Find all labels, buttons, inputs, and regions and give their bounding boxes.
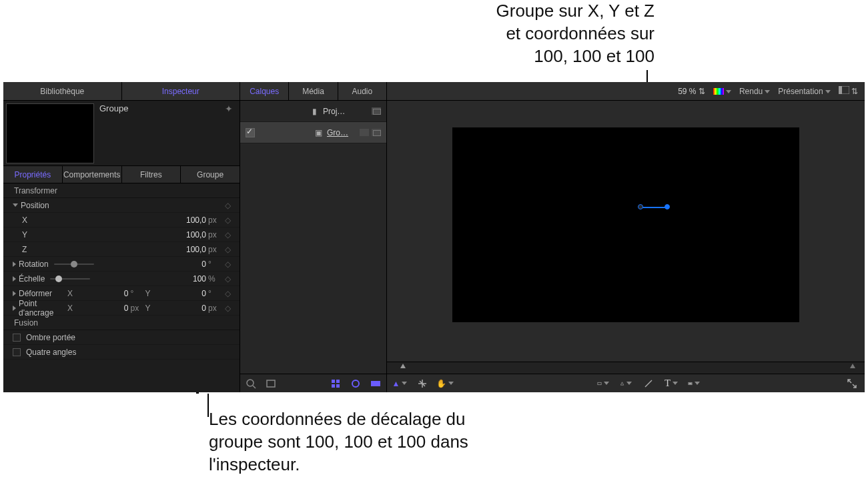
line-tool-icon[interactable] bbox=[642, 378, 655, 390]
row-position-y[interactable]: Y 100,0 px bbox=[3, 227, 240, 242]
inspector-column: Bibliothèque Inspecteur Groupe ✦ Proprié… bbox=[3, 82, 240, 392]
checkbox-layer-visible[interactable] bbox=[246, 128, 255, 137]
inspector-header: Groupe ✦ bbox=[3, 101, 240, 166]
render-menu[interactable]: Rendu bbox=[739, 87, 770, 96]
value-scale[interactable]: 100 bbox=[159, 274, 206, 284]
svg-rect-10 bbox=[839, 86, 842, 94]
unit-anchor-y: px bbox=[206, 304, 221, 313]
value-shear-y[interactable]: 0 bbox=[179, 289, 206, 298]
row-position-x[interactable]: X 100,0 px bbox=[3, 213, 240, 227]
value-rotation[interactable]: 0 bbox=[159, 260, 206, 269]
value-anchor-y[interactable]: 0 bbox=[179, 304, 206, 313]
rectangle-tool-icon[interactable] bbox=[597, 378, 609, 390]
disclosure-right-icon bbox=[13, 276, 16, 282]
layer-flag-icon[interactable] bbox=[360, 129, 369, 136]
gizmo-x-handle[interactable] bbox=[665, 204, 670, 209]
layer-project[interactable]: ▮ Proj… bbox=[240, 101, 386, 122]
label-x: X bbox=[22, 215, 27, 225]
svg-rect-5 bbox=[332, 384, 335, 388]
keyframe-icon[interactable] bbox=[221, 274, 234, 284]
text-tool-icon[interactable]: T bbox=[665, 378, 677, 390]
zoom-level[interactable]: 59 % ⇅ bbox=[678, 87, 705, 96]
svg-line-1 bbox=[253, 386, 256, 388]
keyframe-icon[interactable] bbox=[221, 260, 234, 269]
section-blend-label: Fusion bbox=[14, 318, 38, 328]
subtab-group[interactable]: Groupe bbox=[181, 166, 240, 183]
svg-rect-11 bbox=[598, 382, 601, 385]
gizmo-origin-handle[interactable] bbox=[638, 204, 643, 209]
filmstrip-icon[interactable] bbox=[370, 378, 381, 389]
subtab-properties[interactable]: Propriétés bbox=[3, 166, 63, 183]
row-anchor-label: Point d'ancrage bbox=[19, 299, 65, 318]
subtab-behaviors[interactable]: Comportements bbox=[63, 166, 122, 183]
keyframe-icon[interactable] bbox=[221, 289, 234, 298]
expand-icon[interactable] bbox=[846, 378, 858, 390]
search-icon[interactable] bbox=[246, 378, 256, 389]
value-x[interactable]: 100,0 bbox=[159, 215, 206, 225]
marker-icon[interactable] bbox=[850, 364, 855, 368]
view-menu[interactable]: Présentation bbox=[778, 87, 830, 96]
row-position[interactable]: Position bbox=[3, 198, 240, 213]
tab-layers[interactable]: Calques bbox=[240, 82, 289, 100]
select-tool-icon[interactable]: ▲ bbox=[394, 378, 406, 390]
transform-gizmo[interactable] bbox=[640, 204, 670, 211]
checkbox-drop-shadow[interactable] bbox=[13, 334, 21, 342]
layer-group-label: Gro… bbox=[327, 128, 348, 137]
value-anchor-x[interactable]: 0 bbox=[102, 304, 129, 313]
tab-audio[interactable]: Audio bbox=[338, 82, 386, 100]
keyframe-icon[interactable] bbox=[221, 215, 234, 225]
tab-media[interactable]: Média bbox=[289, 82, 338, 100]
section-transform: Transformer bbox=[3, 183, 240, 198]
layer-group[interactable]: ▣ Gro… bbox=[240, 122, 386, 143]
layer-flag-icon[interactable] bbox=[372, 129, 381, 136]
inspector-thumbnail bbox=[6, 103, 94, 163]
timeline-ruler[interactable] bbox=[387, 362, 865, 374]
playhead-icon[interactable] bbox=[400, 364, 406, 368]
disclosure-right-icon bbox=[13, 291, 16, 296]
svg-line-12 bbox=[645, 380, 652, 387]
grid-icon[interactable] bbox=[330, 378, 341, 389]
chevron-down-icon bbox=[626, 382, 632, 385]
color-channels-menu[interactable] bbox=[713, 87, 731, 96]
transform-3d-tool-icon[interactable] bbox=[416, 378, 428, 390]
mask-tool-icon[interactable] bbox=[688, 378, 700, 390]
row-rotation-label: Rotation bbox=[19, 260, 49, 269]
pin-icon[interactable]: ✦ bbox=[225, 103, 233, 163]
tab-audio-label: Audio bbox=[352, 87, 372, 96]
row-position-z[interactable]: Z 100,0 px bbox=[3, 242, 240, 257]
row-scale[interactable]: Échelle 100 % bbox=[3, 272, 240, 286]
keyframe-icon[interactable] bbox=[221, 304, 234, 313]
subtab-behaviors-label: Comportements bbox=[63, 170, 120, 179]
value-shear-x[interactable]: 0 bbox=[102, 289, 129, 298]
scale-slider[interactable] bbox=[50, 275, 90, 283]
annotation-bottom: Les coordonnées de décalage du groupe so… bbox=[209, 408, 509, 476]
keyframe-icon[interactable] bbox=[221, 201, 234, 210]
pan-tool-icon[interactable]: ✋ bbox=[439, 378, 451, 390]
row-four-corner[interactable]: Quatre angles bbox=[3, 345, 240, 360]
value-z[interactable]: 100,0 bbox=[159, 245, 206, 254]
layout-menu[interactable]: ⇅ bbox=[839, 86, 858, 96]
pen-tool-icon[interactable] bbox=[620, 378, 632, 390]
checkbox-four-corner[interactable] bbox=[13, 348, 21, 356]
canvas[interactable] bbox=[387, 101, 865, 362]
value-y[interactable]: 100,0 bbox=[159, 230, 206, 239]
tab-layers-label: Calques bbox=[250, 87, 279, 96]
subtab-properties-label: Propriétés bbox=[15, 170, 51, 179]
keyframe-icon[interactable] bbox=[221, 230, 234, 239]
frame-icon[interactable] bbox=[266, 378, 276, 389]
row-anchor[interactable]: Point d'ancrage X 0 px Y 0 px bbox=[3, 301, 240, 316]
circle-icon[interactable] bbox=[350, 378, 361, 389]
subtab-filters-label: Filtres bbox=[140, 170, 162, 179]
keyframe-icon[interactable] bbox=[221, 245, 234, 254]
tab-library-label: Bibliothèque bbox=[40, 87, 84, 96]
row-rotation[interactable]: Rotation 0 ° bbox=[3, 257, 240, 272]
row-position-label: Position bbox=[21, 201, 49, 210]
row-drop-shadow[interactable]: Ombre portée bbox=[3, 330, 240, 345]
subtab-filters[interactable]: Filtres bbox=[122, 166, 181, 183]
tab-library[interactable]: Bibliothèque bbox=[3, 82, 122, 100]
rotation-dial[interactable] bbox=[54, 260, 94, 268]
layer-flag-icon[interactable] bbox=[372, 107, 381, 115]
unit-z: px bbox=[206, 245, 221, 254]
svg-rect-14 bbox=[689, 383, 692, 384]
tab-inspector[interactable]: Inspecteur bbox=[122, 82, 240, 100]
